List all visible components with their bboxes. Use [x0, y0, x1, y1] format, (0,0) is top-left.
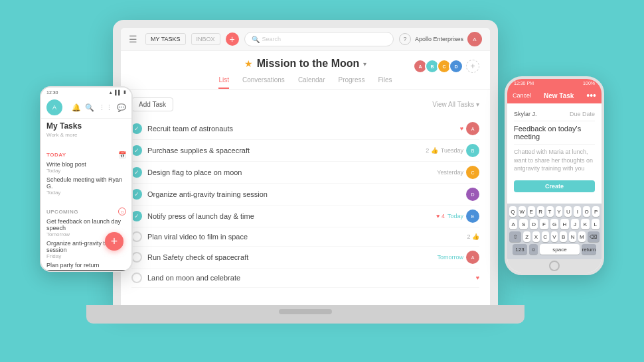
- add-member-button[interactable]: +: [466, 60, 479, 73]
- message-icon[interactable]: 💬: [117, 103, 126, 112]
- task-row-5: ✓ Notify press of launch day & time ♥ 4 …: [131, 206, 479, 227]
- key-x[interactable]: X: [532, 231, 540, 242]
- key-s[interactable]: S: [519, 219, 527, 229]
- key-y[interactable]: Y: [556, 206, 563, 217]
- key-l[interactable]: L: [592, 219, 600, 229]
- recents-icon[interactable]: □: [111, 270, 116, 272]
- task-name-4: Organize anti-gravity training session: [147, 190, 461, 198]
- key-m[interactable]: M: [578, 231, 586, 242]
- key-shift[interactable]: ⇧: [509, 231, 521, 242]
- key-o[interactable]: O: [583, 206, 590, 217]
- task-meta-5: ♥ 4 Today E: [436, 210, 479, 223]
- key-return[interactable]: return: [582, 244, 596, 255]
- back-icon[interactable]: ◁: [57, 270, 63, 272]
- key-p[interactable]: P: [592, 206, 600, 217]
- help-button[interactable]: ?: [399, 33, 411, 45]
- search-icon[interactable]: 🔍: [85, 103, 94, 112]
- task-check-3[interactable]: ✓: [131, 167, 142, 178]
- android-task-1: Write blog post Today: [41, 160, 131, 175]
- task-check-7[interactable]: [131, 252, 142, 263]
- task-row-6: Plan viral video to film in space 2 👍: [131, 227, 479, 247]
- assignee-row[interactable]: Skylar J. Due Date: [514, 107, 595, 121]
- android-fab-button[interactable]: +: [105, 232, 123, 251]
- project-title: Mission to the Moon: [257, 58, 360, 70]
- android-task-2: Schedule meeting with Ryan G. Today: [41, 175, 131, 197]
- task-check-6[interactable]: [131, 231, 142, 242]
- key-j[interactable]: J: [571, 219, 579, 229]
- task-check-8[interactable]: [131, 272, 142, 283]
- task-meta-6: 2 👍: [467, 233, 479, 240]
- tab-files[interactable]: Files: [378, 76, 392, 89]
- project-tabs: List Conversations Calendar Progress Fil…: [218, 76, 392, 89]
- view-all-tasks-button[interactable]: View All Tasks ▾: [432, 101, 479, 108]
- laptop-device: ☰ MY TASKS INBOX + 🔍 Search ? Apollo Ent…: [113, 20, 498, 305]
- task-avatar-4: D: [466, 188, 479, 201]
- key-u[interactable]: U: [564, 206, 572, 217]
- member-avatar-4: D: [449, 59, 463, 74]
- key-v[interactable]: V: [551, 231, 558, 242]
- key-emoji[interactable]: ☺: [529, 244, 538, 255]
- android-task-name-5: Plan party for return: [46, 262, 126, 269]
- tab-list[interactable]: List: [218, 76, 229, 89]
- key-a[interactable]: A: [509, 219, 517, 229]
- laptop-base: [86, 305, 524, 324]
- key-r[interactable]: R: [537, 206, 544, 217]
- search-bar[interactable]: 🔍 Search: [244, 32, 394, 46]
- key-e[interactable]: E: [528, 206, 535, 217]
- key-f[interactable]: F: [540, 219, 548, 229]
- home-icon[interactable]: ○: [84, 270, 89, 272]
- task-meta-8: ♥: [476, 274, 479, 281]
- home-button[interactable]: [549, 261, 560, 271]
- my-tasks-nav[interactable]: MY TASKS: [145, 33, 186, 45]
- task-area-header: Add Task View All Tasks ▾: [131, 97, 479, 111]
- add-task-button[interactable]: Add Task: [131, 97, 173, 111]
- grid-icon[interactable]: ⋮⋮: [98, 103, 113, 112]
- key-i[interactable]: I: [574, 206, 581, 217]
- key-space[interactable]: space: [540, 244, 580, 255]
- key-t[interactable]: T: [546, 206, 554, 217]
- key-q[interactable]: Q: [509, 206, 517, 217]
- heart-icon: ♥: [460, 125, 463, 132]
- task-notes[interactable]: Chatted with Maria at lunch, want to sha…: [514, 145, 595, 176]
- iphone-battery: 100%: [583, 81, 595, 86]
- task-check-5[interactable]: ✓: [131, 211, 142, 221]
- bell-icon[interactable]: 🔔: [72, 103, 81, 112]
- inbox-nav[interactable]: INBOX: [191, 33, 220, 45]
- android-user-avatar[interactable]: A: [46, 99, 62, 115]
- key-n[interactable]: N: [569, 231, 576, 242]
- android-task-date-1: Today: [46, 168, 126, 174]
- tab-conversations[interactable]: Conversations: [242, 76, 285, 89]
- android-upcoming-section: UPCOMING ○: [41, 205, 131, 217]
- menu-icon[interactable]: ☰: [129, 34, 137, 44]
- iphone-form-title: New Task: [544, 92, 574, 99]
- android-today-section: TODAY 📅: [41, 149, 131, 160]
- user-avatar[interactable]: A: [467, 32, 482, 46]
- task-check-1[interactable]: ✓: [131, 123, 142, 134]
- android-subtitle: Work & more: [41, 132, 131, 141]
- create-button[interactable]: Create: [514, 180, 595, 192]
- new-task-plus-button[interactable]: +: [226, 32, 239, 46]
- iphone-task-form: Skylar J. Due Date Feedback on today's m…: [507, 103, 602, 204]
- key-h[interactable]: H: [560, 219, 568, 229]
- key-123[interactable]: 123: [513, 244, 527, 255]
- task-meta-4: D: [466, 188, 479, 201]
- key-w[interactable]: W: [519, 206, 526, 217]
- android-status-bar: 12:30 ▲ ▌▌ ▮: [41, 88, 131, 97]
- tab-calendar[interactable]: Calendar: [298, 76, 325, 89]
- key-d[interactable]: D: [530, 219, 538, 229]
- key-delete[interactable]: ⌫: [588, 231, 600, 242]
- key-c[interactable]: C: [542, 231, 549, 242]
- chevron-down-icon[interactable]: ▾: [363, 60, 366, 68]
- key-z[interactable]: Z: [523, 231, 530, 242]
- key-g[interactable]: G: [550, 219, 558, 229]
- cancel-button[interactable]: Cancel: [513, 92, 531, 99]
- task-check-2[interactable]: ✓: [131, 145, 142, 156]
- iphone-status-bar: 12:30 PM 100%: [507, 79, 602, 88]
- key-b[interactable]: B: [560, 231, 567, 242]
- task-name-input[interactable]: Feedback on today's meeting: [514, 121, 595, 145]
- android-task-5: Plan party for return: [41, 261, 131, 270]
- tab-progress[interactable]: Progress: [338, 76, 364, 89]
- task-check-4[interactable]: ✓: [131, 189, 142, 200]
- more-options-button[interactable]: •••: [586, 90, 596, 101]
- key-k[interactable]: K: [581, 219, 589, 229]
